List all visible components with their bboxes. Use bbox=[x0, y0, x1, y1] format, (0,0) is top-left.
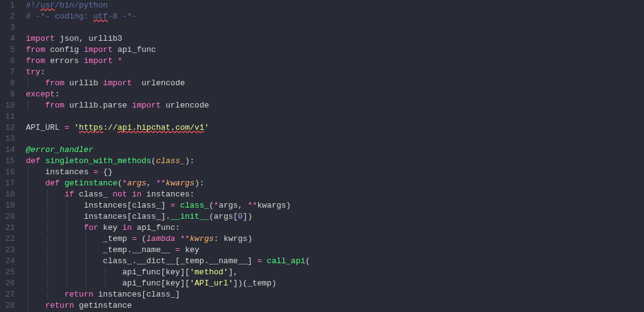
code-text-area[interactable]: #!/usr/bin/python# -*- coding: utf-8 -*-… bbox=[23, 0, 644, 312]
code-token: getinstance bbox=[64, 179, 117, 188]
code-token: try bbox=[26, 67, 40, 77]
code-token: │ bbox=[26, 179, 45, 188]
code-line[interactable]: import json, urllib3 bbox=[26, 33, 642, 44]
line-number: 15 bbox=[5, 156, 15, 167]
code-line[interactable] bbox=[26, 22, 642, 33]
code-line[interactable]: def singleton_with_methods(class_): bbox=[26, 156, 642, 167]
code-token: config bbox=[45, 45, 83, 54]
code-token: │ │ bbox=[26, 190, 64, 199]
code-token: instances[class_] bbox=[84, 201, 170, 210]
code-line[interactable]: #!/usr/bin/python bbox=[26, 0, 642, 11]
code-token: utf bbox=[93, 12, 107, 21]
code-token: ])(_temp) bbox=[233, 279, 276, 288]
line-number: 24 bbox=[5, 256, 15, 267]
code-line[interactable]: │ def getinstance(*args, **kwargs): bbox=[26, 178, 642, 189]
line-number: 25 bbox=[5, 267, 15, 278]
code-line[interactable]: │ from urllib import urlencode bbox=[26, 78, 642, 89]
code-token: │ │ │ │ bbox=[26, 245, 103, 255]
code-token: {} bbox=[98, 167, 112, 177]
code-token bbox=[262, 256, 267, 266]
code-line[interactable]: # -*- coding: utf-8 -*- bbox=[26, 11, 642, 22]
code-token: ( bbox=[151, 156, 156, 166]
line-number: 16 bbox=[5, 167, 15, 178]
code-token: instances bbox=[45, 167, 93, 177]
code-token: from bbox=[45, 101, 64, 110]
code-line[interactable]: API_URL = 'https://api.hipchat.com/v1' bbox=[26, 122, 642, 133]
code-line[interactable]: │ │ │ │ _temp.__name__ = key bbox=[26, 245, 642, 256]
code-line[interactable]: │ │ if class_ not in instances: bbox=[26, 189, 642, 200]
line-number: 20 bbox=[5, 211, 15, 222]
code-line[interactable]: │ instances = {} bbox=[26, 167, 642, 178]
code-line[interactable]: │ │ │ │ class_.__dict__[_temp.__name__] … bbox=[26, 256, 642, 267]
code-token: ' bbox=[204, 123, 209, 132]
code-line[interactable]: try: bbox=[26, 67, 642, 78]
code-line[interactable]: │ │ │ │ │ api_func[key]['method'], bbox=[26, 267, 642, 278]
code-token: API_URL bbox=[26, 123, 64, 132]
code-token: │ bbox=[26, 301, 45, 310]
line-number: 26 bbox=[5, 278, 15, 289]
line-number: 9 bbox=[5, 89, 15, 100]
code-line[interactable]: │ │ return instances[class_] bbox=[26, 289, 642, 300]
code-token: , bbox=[146, 179, 156, 188]
code-token: class_ bbox=[180, 201, 209, 210]
code-editor[interactable]: 1234567891011121314151617181920212223242… bbox=[0, 0, 644, 312]
code-line[interactable]: except: bbox=[26, 89, 642, 100]
code-token: ** bbox=[180, 234, 190, 243]
code-token: import bbox=[84, 45, 113, 54]
code-line[interactable] bbox=[26, 111, 642, 122]
code-line[interactable]: │ from urllib.parse import urlencode bbox=[26, 100, 642, 111]
code-token: singleton_with_methods bbox=[45, 156, 151, 166]
code-token: lambda bbox=[146, 234, 175, 243]
code-token: usr bbox=[40, 1, 54, 10]
code-line[interactable]: │ return getinstance bbox=[26, 300, 642, 311]
code-token: ( bbox=[306, 256, 311, 266]
code-token: except bbox=[26, 90, 55, 99]
code-token: in bbox=[122, 223, 132, 232]
code-line[interactable]: │ │ │ for key in api_func: bbox=[26, 222, 642, 234]
line-number: 28 bbox=[5, 300, 15, 311]
code-token: │ bbox=[26, 101, 45, 110]
line-number: 4 bbox=[5, 33, 15, 44]
code-token bbox=[175, 234, 180, 243]
code-token: import bbox=[132, 101, 161, 110]
code-token: key bbox=[180, 245, 199, 255]
code-token: getinstance bbox=[74, 301, 132, 310]
code-token: instances[class_] bbox=[93, 290, 180, 299]
line-number: 13 bbox=[5, 133, 15, 145]
code-token: │ │ │ │ │ bbox=[26, 279, 122, 288]
line-number-gutter: 1234567891011121314151617181920212223242… bbox=[0, 0, 23, 312]
code-token: args, bbox=[219, 201, 248, 210]
line-number: 27 bbox=[5, 289, 15, 300]
code-token: -8 -*- bbox=[108, 12, 137, 21]
code-token: ]) bbox=[243, 212, 253, 221]
line-number: 17 bbox=[5, 178, 15, 189]
code-token: = bbox=[170, 201, 175, 210]
code-token: # -*- coding: bbox=[26, 12, 93, 21]
code-line[interactable]: │ │ │ instances[class_].__init__(args[0]… bbox=[26, 211, 642, 222]
line-number: 5 bbox=[5, 44, 15, 56]
code-line[interactable] bbox=[26, 133, 642, 145]
code-token: class_ bbox=[156, 156, 185, 166]
code-token: │ │ │ bbox=[26, 223, 84, 232]
code-token: args bbox=[127, 179, 146, 188]
code-line[interactable]: │ │ │ instances[class_] = class_(*args, … bbox=[26, 200, 642, 211]
code-token: * bbox=[117, 56, 122, 65]
code-token: urllib.parse bbox=[64, 101, 132, 110]
code-line[interactable]: │ │ │ │ │ api_func[key]['API_url'])(_tem… bbox=[26, 278, 642, 289]
line-number: 2 bbox=[5, 11, 15, 22]
code-token: │ │ │ bbox=[26, 212, 84, 221]
code-line[interactable]: from config import api_func bbox=[26, 44, 642, 56]
line-number: 19 bbox=[5, 200, 15, 211]
code-token: from bbox=[26, 56, 45, 65]
code-token: errors bbox=[45, 56, 83, 65]
code-token: │ bbox=[26, 78, 45, 88]
code-token: ** bbox=[156, 179, 166, 188]
code-token: urlencode bbox=[161, 101, 209, 110]
code-line[interactable]: @error_handler bbox=[26, 145, 642, 156]
code-token: call_api bbox=[267, 256, 305, 266]
code-token: │ bbox=[26, 167, 45, 177]
code-line[interactable]: │ │ │ │ _temp = (lambda **kwrgs: kwrgs) bbox=[26, 234, 642, 245]
line-number: 14 bbox=[5, 145, 15, 156]
code-line[interactable]: from errors import * bbox=[26, 56, 642, 67]
code-token: def bbox=[26, 156, 40, 166]
